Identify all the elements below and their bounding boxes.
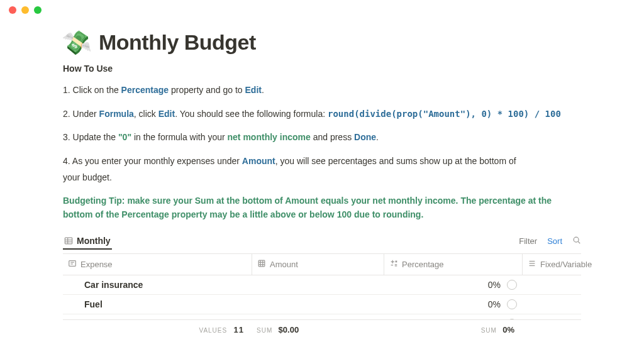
column-expense[interactable]: Expense [63, 254, 252, 275]
percentage-cell[interactable]: 0% [384, 275, 522, 294]
progress-ring-icon [507, 280, 517, 290]
page-title-row: 💸 Monthly Budget [63, 30, 581, 55]
formula-link[interactable]: Formula [99, 109, 134, 119]
table-footer: VALUES 11 SUM $0.00 SUM 0% [63, 319, 581, 334]
percentage-cell[interactable]: 0% [384, 295, 522, 314]
instruction-4b: your budget. [63, 171, 581, 185]
percentage-cell[interactable]: 0% [384, 314, 522, 319]
money-icon: 💸 [61, 29, 93, 56]
minimize-icon[interactable] [21, 6, 29, 14]
select-property-icon [528, 259, 536, 270]
progress-ring-icon [507, 319, 517, 319]
tab-monthly[interactable]: Monthly [63, 233, 112, 250]
net-monthly-income: net monthly income [228, 132, 311, 142]
formula-code: round(divide(prop("Amount"), 0) * 100) /… [328, 109, 561, 119]
values-count: 11 [234, 325, 244, 334]
progress-ring-icon [507, 299, 517, 309]
filter-button[interactable]: Filter [519, 236, 537, 246]
edit-link[interactable]: Edit [245, 85, 262, 95]
fixed-variable-cell[interactable] [522, 295, 581, 314]
column-amount-label: Amount [270, 260, 298, 269]
instruction-1: 1. Click on the Percentage property and … [63, 84, 581, 97]
table-rows: Car insurance0%Fuel0%Groceries0% [63, 275, 581, 319]
svg-point-4 [574, 238, 579, 243]
table-row[interactable]: Car insurance0% [63, 275, 581, 295]
column-percentage[interactable]: Percentage [384, 254, 522, 275]
done-link[interactable]: Done [354, 132, 376, 142]
zero-token: "0" [118, 132, 131, 142]
table-row[interactable]: Groceries0% [63, 314, 581, 319]
column-headers: Expense Amount Percentage Fixed/Variable [63, 254, 581, 275]
amount-link[interactable]: Amount [242, 156, 275, 166]
expense-cell[interactable]: Fuel [63, 295, 252, 314]
budgeting-tip: Budgeting Tip: make sure your Sum at the… [63, 194, 581, 221]
amount-cell[interactable] [252, 314, 384, 319]
column-fixed-label: Fixed/Variable [540, 260, 592, 269]
page-title: Monthly Budget [99, 30, 256, 55]
sum-percent-label: SUM [481, 327, 497, 334]
column-expense-label: Expense [80, 260, 113, 269]
values-label: VALUES [199, 327, 227, 334]
title-property-icon [68, 259, 77, 270]
maximize-icon[interactable] [34, 6, 42, 14]
svg-rect-9 [258, 260, 265, 267]
sum-amount-value: $0.00 [279, 325, 299, 334]
expense-cell[interactable]: Groceries [63, 314, 252, 319]
page-body: 💸 Monthly Budget How To Use 1. Click on … [0, 0, 644, 334]
edit-link-2[interactable]: Edit [158, 109, 175, 119]
formula-property-icon [389, 259, 398, 270]
number-property-icon [257, 259, 266, 270]
table-row[interactable]: Fuel0% [63, 295, 581, 314]
tab-monthly-label: Monthly [77, 236, 111, 246]
svg-line-5 [578, 242, 580, 244]
column-percentage-label: Percentage [402, 260, 444, 269]
database-header: Monthly Filter Sort [63, 233, 581, 254]
instruction-3: 3. Update the "0" in the formula with yo… [63, 131, 581, 145]
sort-button[interactable]: Sort [547, 236, 562, 246]
column-fixed-variable[interactable]: Fixed/Variable [522, 254, 597, 275]
search-icon[interactable] [572, 236, 581, 246]
svg-rect-6 [69, 260, 76, 266]
amount-cell[interactable] [252, 275, 384, 294]
expense-cell[interactable]: Car insurance [63, 275, 252, 294]
svg-rect-0 [65, 238, 72, 244]
instruction-4a: 4. As you enter your monthly expenses un… [63, 155, 581, 168]
close-icon[interactable] [9, 6, 16, 14]
how-to-use-heading: How To Use [63, 64, 581, 74]
column-amount[interactable]: Amount [252, 254, 384, 275]
window-traffic-lights [9, 6, 42, 14]
table-icon [64, 236, 73, 245]
fixed-variable-cell[interactable] [522, 275, 581, 294]
sum-amount-label: SUM [257, 327, 272, 334]
sum-percent-value: 0% [502, 325, 514, 334]
percentage-link[interactable]: Percentage [121, 85, 169, 95]
instruction-2: 2. Under Formula, click Edit. You should… [63, 108, 581, 121]
fixed-variable-cell[interactable] [522, 314, 581, 319]
amount-cell[interactable] [252, 295, 384, 314]
